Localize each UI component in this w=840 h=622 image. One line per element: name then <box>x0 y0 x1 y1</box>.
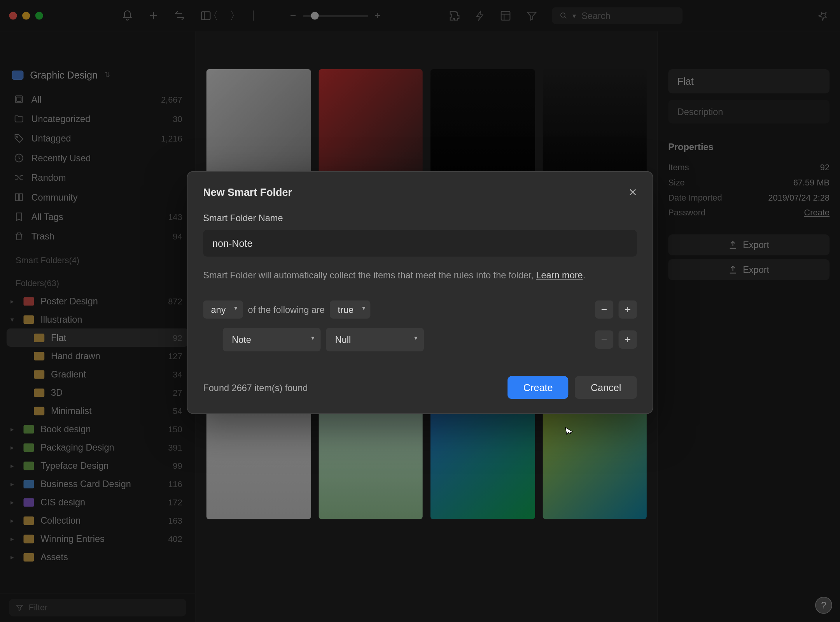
found-count: Found 2667 item(s) found <box>203 382 308 393</box>
add-rule-button[interactable]: + <box>619 330 637 349</box>
cancel-button[interactable]: Cancel <box>575 376 637 399</box>
new-smart-folder-modal: New Smart Folder ✕ Smart Folder Name Sma… <box>187 171 653 414</box>
rule-value-select[interactable]: Null <box>326 328 424 351</box>
rule-field-select[interactable]: Note <box>223 328 321 351</box>
rule-row: Note Null − + <box>203 328 637 351</box>
modal-overlay: New Smart Folder ✕ Smart Folder Name Sma… <box>0 0 840 622</box>
help-button[interactable]: ? <box>815 597 832 614</box>
create-button[interactable]: Create <box>508 376 569 399</box>
match-text: of the following are <box>248 304 325 315</box>
remove-group-button[interactable]: − <box>595 301 613 319</box>
close-icon[interactable]: ✕ <box>628 186 637 199</box>
smart-folder-name-input[interactable] <box>203 230 637 257</box>
match-bool-select[interactable]: true <box>330 301 370 319</box>
add-group-button[interactable]: + <box>619 301 637 319</box>
learn-more-link[interactable]: Learn more <box>536 270 583 280</box>
name-label: Smart Folder Name <box>203 213 637 224</box>
modal-hint: Smart Folder will automatically collect … <box>203 268 637 282</box>
modal-title: New Smart Folder <box>203 187 292 198</box>
match-mode-select[interactable]: any <box>203 301 243 319</box>
remove-rule-button[interactable]: − <box>595 330 613 349</box>
rule-group-header: any of the following are true − + <box>203 301 637 319</box>
cursor-icon <box>562 425 574 439</box>
